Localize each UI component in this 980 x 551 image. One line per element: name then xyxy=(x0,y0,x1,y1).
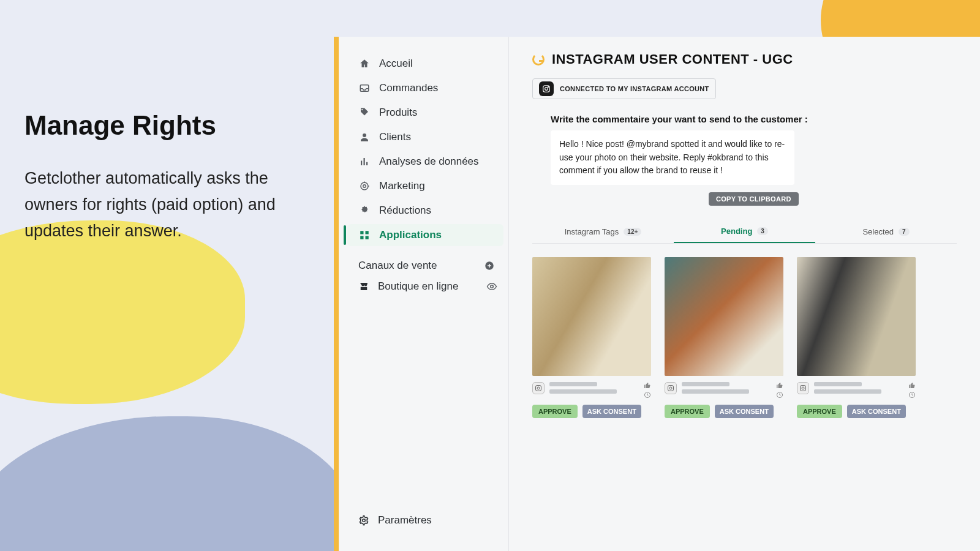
tab-instagram-tags[interactable]: Instagram Tags 12+ xyxy=(532,220,674,243)
sidebar-item-label: Réductions xyxy=(379,204,431,217)
copy-to-clipboard-button[interactable]: COPY TO CLIPBOARD xyxy=(709,192,799,206)
svg-rect-7 xyxy=(360,231,363,234)
meta-placeholder xyxy=(814,382,903,394)
sidebar-item-apps[interactable]: Applications xyxy=(347,224,503,246)
bar-chart-icon xyxy=(358,156,371,168)
instagram-connect-badge[interactable]: CONNECTED TO MY INSTAGRAM ACCOUNT xyxy=(532,78,716,99)
target-icon xyxy=(358,180,371,192)
plus-circle-icon[interactable] xyxy=(484,260,495,271)
thumbs-up-icon xyxy=(776,382,783,389)
tab-count-badge: 12+ xyxy=(624,228,641,236)
tag-icon xyxy=(358,107,371,119)
ask-consent-button[interactable]: ASK CONSENT xyxy=(715,405,774,418)
sidebar-item-products[interactable]: Produits xyxy=(347,102,503,124)
store-icon xyxy=(358,281,369,292)
eye-icon[interactable] xyxy=(486,281,497,292)
svg-rect-23 xyxy=(801,386,806,391)
sidebar-item-settings[interactable]: Paramètres xyxy=(339,508,508,533)
svg-rect-8 xyxy=(366,231,369,234)
sidebar-item-online-store[interactable]: Boutique en ligne xyxy=(339,276,508,298)
tab-pending[interactable]: Pending 3 xyxy=(674,220,815,243)
clock-icon xyxy=(644,391,651,399)
sidebar-item-label: Boutique en ligne xyxy=(378,280,458,293)
instagram-icon xyxy=(539,81,554,96)
decorative-blob-yellow xyxy=(0,220,245,404)
ask-consent-button[interactable]: ASK CONSENT xyxy=(847,405,906,418)
home-icon xyxy=(358,58,371,70)
svg-point-5 xyxy=(361,182,368,190)
sidebar-item-label: Applications xyxy=(379,229,442,241)
cards-grid: APPROVE ASK CONSENT xyxy=(532,257,957,418)
svg-rect-3 xyxy=(364,158,365,165)
svg-rect-10 xyxy=(366,236,369,239)
apps-icon xyxy=(358,229,371,241)
sidebar-item-label: Accueil xyxy=(379,58,413,70)
svg-point-16 xyxy=(548,86,549,87)
svg-point-13 xyxy=(363,519,366,522)
meta-placeholder xyxy=(682,382,771,394)
ugc-thumbnail[interactable] xyxy=(665,257,783,376)
sidebar-item-label: Marketing xyxy=(379,180,425,192)
ask-consent-button[interactable]: ASK CONSENT xyxy=(582,405,641,418)
thumbs-up-icon xyxy=(644,382,651,389)
ugc-card: APPROVE ASK CONSENT xyxy=(532,257,651,418)
app-window: Accueil Commandes Produits Clients Analy xyxy=(334,37,980,551)
page-title: INSTAGRAM USER CONTENT - UGC xyxy=(552,51,793,67)
tab-label: Pending xyxy=(721,227,752,236)
tab-count-badge: 3 xyxy=(757,227,768,235)
thumbs-up-icon xyxy=(908,382,916,389)
sidebar-item-label: Produits xyxy=(379,107,417,119)
svg-point-6 xyxy=(363,185,366,188)
sidebar-channels-header: Canaux de vente xyxy=(339,247,508,276)
ugc-card: APPROVE ASK CONSENT xyxy=(665,257,783,418)
gear-icon xyxy=(358,515,369,526)
sidebar-item-marketing[interactable]: Marketing xyxy=(347,175,503,197)
sidebar-item-analytics[interactable]: Analyses de données xyxy=(347,151,503,173)
sidebar-item-label: Analyses de données xyxy=(379,156,479,168)
sidebar-item-orders[interactable]: Commandes xyxy=(347,77,503,99)
ugc-thumbnail[interactable] xyxy=(532,257,651,376)
inbox-icon xyxy=(358,82,371,94)
meta-right xyxy=(908,382,916,399)
decorative-blob-blue xyxy=(0,416,355,551)
instagram-icon xyxy=(797,382,809,394)
svg-rect-9 xyxy=(360,236,363,239)
brand-logo-icon xyxy=(532,53,545,66)
tab-label: Instagram Tags xyxy=(565,227,619,236)
sidebar-item-customers[interactable]: Clients xyxy=(347,126,503,148)
tabs: Instagram Tags 12+ Pending 3 Selected 7 xyxy=(532,220,957,244)
meta-placeholder xyxy=(549,382,639,394)
approve-button[interactable]: APPROVE xyxy=(532,405,578,418)
compose-label: Write the commentaire your want to send … xyxy=(551,114,951,124)
meta-right xyxy=(776,382,783,399)
ugc-card: APPROVE ASK CONSENT xyxy=(797,257,916,418)
connect-label: CONNECTED TO MY INSTAGRAM ACCOUNT xyxy=(560,85,709,92)
main-panel: INSTAGRAM USER CONTENT - UGC CONNECTED T… xyxy=(508,37,980,551)
tab-selected[interactable]: Selected 7 xyxy=(815,220,957,243)
discount-icon xyxy=(358,204,371,217)
marketing-title: Manage Rights xyxy=(24,110,300,141)
approve-button[interactable]: APPROVE xyxy=(797,405,842,418)
svg-point-15 xyxy=(545,88,548,91)
approve-button[interactable]: APPROVE xyxy=(665,405,710,418)
svg-rect-4 xyxy=(366,162,368,165)
marketing-panel: Manage Rights Getclother automatically a… xyxy=(24,110,300,245)
svg-point-24 xyxy=(802,387,804,389)
sidebar-item-label: Commandes xyxy=(379,82,438,94)
sidebar-channels-label: Canaux de vente xyxy=(358,260,437,272)
sidebar-item-label: Paramètres xyxy=(378,514,432,527)
clock-icon xyxy=(908,391,916,399)
svg-rect-2 xyxy=(361,161,362,166)
meta-right xyxy=(644,382,651,399)
user-icon xyxy=(358,131,371,143)
ugc-thumbnail[interactable] xyxy=(797,257,916,376)
sidebar-item-label: Clients xyxy=(379,131,411,143)
svg-rect-20 xyxy=(668,386,674,391)
clock-icon xyxy=(776,391,783,399)
sidebar: Accueil Commandes Produits Clients Analy xyxy=(334,37,508,551)
svg-point-12 xyxy=(491,285,494,288)
sidebar-item-discounts[interactable]: Réductions xyxy=(347,200,503,222)
compose-textarea[interactable]: Hello ! Nice post! @mybrand spotted it a… xyxy=(551,130,794,185)
sidebar-item-home[interactable]: Accueil xyxy=(347,53,503,75)
svg-point-21 xyxy=(669,387,672,389)
